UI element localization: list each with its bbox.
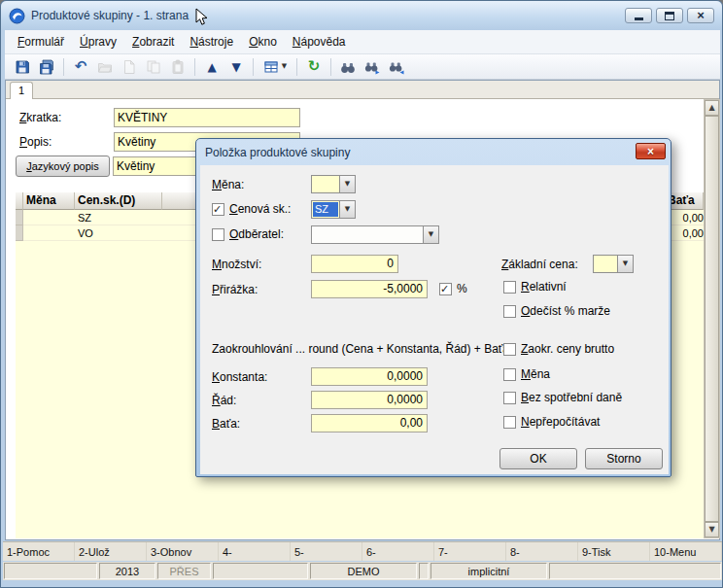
menu-formular[interactable]: Formulář [10, 31, 72, 52]
grid-header-censk[interactable]: Cen.sk.(D) [75, 192, 162, 210]
fkey-6[interactable]: 6- [362, 542, 434, 561]
undo-icon: ↶ [75, 59, 87, 74]
neprepocitavat-checkbox[interactable]: ✓ [503, 416, 516, 429]
save-icon [15, 59, 30, 75]
zakladni-cena-combo[interactable]: ▼ [593, 255, 634, 273]
mena-combo-field[interactable] [311, 175, 339, 193]
dialog-polozka-produktove-skupiny: Položka produktové skupiny × Měna: ▼ ✓ C… [195, 138, 671, 477]
paste-button[interactable] [166, 56, 189, 78]
jazykovy-popis-button[interactable]: Jazykový popis [16, 156, 110, 177]
move-down-button[interactable]: ▼ [224, 56, 248, 78]
move-up-button[interactable]: ▲ [200, 56, 224, 78]
open-button[interactable] [93, 56, 117, 78]
fkey-7[interactable]: 7- [434, 542, 506, 561]
mena-label: Měna: [212, 178, 244, 191]
refresh-button[interactable]: ↻ [302, 56, 326, 78]
maximize-button[interactable] [656, 8, 683, 23]
save-all-button[interactable] [35, 56, 58, 78]
zkratka-input[interactable]: KVĚTINY [114, 108, 300, 127]
rad-input[interactable]: 0,0000 [311, 391, 428, 409]
minimize-button[interactable] [625, 8, 652, 23]
fkey-5[interactable]: 5- [291, 542, 362, 561]
menu-nastroje[interactable]: Nástroje [182, 31, 241, 52]
cenova-sk-checkbox[interactable]: ✓ [212, 203, 224, 216]
mnozstvi-input[interactable]: 0 [311, 255, 398, 273]
grid-corner [16, 192, 23, 210]
fkey-4[interactable]: 4- [219, 542, 291, 561]
check-icon: ✓ [440, 283, 451, 295]
odberatel-combo-field[interactable] [311, 225, 423, 244]
copy-button[interactable] [142, 56, 165, 78]
zaokr-brutto-checkbox[interactable]: ✓ [503, 343, 516, 356]
cenova-sk-combo-dropdown[interactable]: ▼ [339, 200, 356, 219]
menu-napoveda[interactable]: Nápověda [285, 31, 354, 52]
vertical-scrollbar[interactable]: ▲ ▼ [704, 99, 720, 538]
relativni-checkbox[interactable]: ✓ [503, 281, 516, 294]
app-icon [9, 8, 25, 24]
tab-1[interactable]: 1 [10, 82, 33, 99]
arrow-up-icon: ▲ [207, 61, 216, 73]
save-button[interactable] [11, 56, 34, 78]
odberatel-checkbox[interactable]: ✓ [212, 228, 224, 241]
close-icon: × [697, 11, 705, 20]
zakladni-cena-combo-field[interactable] [593, 255, 617, 273]
status-cell [549, 563, 721, 579]
scroll-down-button[interactable]: ▼ [705, 522, 719, 537]
grid-header-mena[interactable]: Měna [23, 192, 75, 210]
menu-zobrazit[interactable]: Zobrazit [124, 31, 182, 52]
row-selector[interactable] [16, 210, 23, 225]
bata-input[interactable]: 0,00 [311, 414, 428, 432]
chevron-down-icon: ▼ [623, 260, 628, 267]
fkey-9-tisk[interactable]: 9-Tisk [578, 542, 650, 561]
bez-spotrebni-checkbox[interactable]: ✓ [503, 392, 516, 404]
fkey-8[interactable]: 8- [506, 542, 578, 561]
cell-censk[interactable]: VO [75, 225, 162, 241]
menu-upravy[interactable]: Úpravy [72, 31, 124, 52]
find-previous-button[interactable] [385, 56, 408, 78]
demo-cell: DEMO [310, 563, 417, 579]
cenova-sk-combo[interactable]: SZ ▼ [311, 200, 356, 219]
fkey-1-pomoc[interactable]: 1-Pomoc [3, 542, 75, 561]
mena-option-checkbox[interactable]: ✓ [503, 368, 516, 381]
mena-combo-dropdown[interactable]: ▼ [339, 175, 356, 193]
fkey-3-obnov[interactable]: 3-Obnov [147, 542, 219, 561]
zakladni-cena-label: Základní cena: [501, 258, 578, 271]
close-icon: × [647, 146, 654, 157]
fkey-2-uloz[interactable]: 2-Ulož [75, 542, 147, 561]
toolbar-separator [63, 58, 64, 76]
storno-button[interactable]: Storno [585, 448, 663, 469]
mena-combo[interactable]: ▼ [311, 175, 356, 193]
prirazka-input[interactable]: -5,0000 [311, 280, 428, 298]
odberatel-combo-dropdown[interactable]: ▼ [423, 225, 439, 244]
dialog-titlebar: Položka produktové skupiny [196, 139, 671, 165]
undo-button[interactable]: ↶ [69, 56, 92, 78]
odecist-marze-label: Odečíst % marže [521, 304, 610, 318]
konstanta-input[interactable]: 0,0000 [311, 367, 428, 386]
ok-button[interactable]: OK [499, 448, 577, 469]
odberatel-combo[interactable]: ▼ [311, 225, 439, 244]
menu-okno[interactable]: Okno [241, 31, 285, 52]
paste-icon [170, 59, 186, 75]
scrollbar-thumb[interactable] [705, 116, 719, 522]
cell-mena[interactable] [23, 225, 75, 241]
cenova-sk-combo-field[interactable]: SZ [311, 200, 339, 219]
percent-label: % [457, 282, 467, 295]
find-next-button[interactable] [361, 56, 384, 78]
fkey-10-menu[interactable]: 10-Menu [650, 542, 722, 561]
arrow-down-icon: ▼ [708, 526, 714, 534]
percent-checkbox[interactable]: ✓ [439, 283, 452, 295]
toolbar-separator [296, 58, 297, 76]
scroll-up-button[interactable]: ▲ [705, 100, 719, 116]
cell-censk[interactable]: SZ [75, 210, 162, 225]
dialog-close-button[interactable]: × [636, 143, 666, 159]
row-selector[interactable] [16, 225, 23, 241]
find-button[interactable] [336, 56, 360, 78]
views-button[interactable]: ▼ [258, 56, 292, 78]
new-button[interactable] [118, 56, 141, 78]
close-button[interactable]: × [687, 8, 714, 23]
zakladni-cena-combo-dropdown[interactable]: ▼ [617, 255, 634, 273]
odecist-marze-checkbox[interactable]: ✓ [503, 305, 516, 318]
cell-mena[interactable] [23, 210, 75, 225]
status-cell [213, 563, 308, 579]
implicit-cell: implicitní [430, 563, 547, 579]
